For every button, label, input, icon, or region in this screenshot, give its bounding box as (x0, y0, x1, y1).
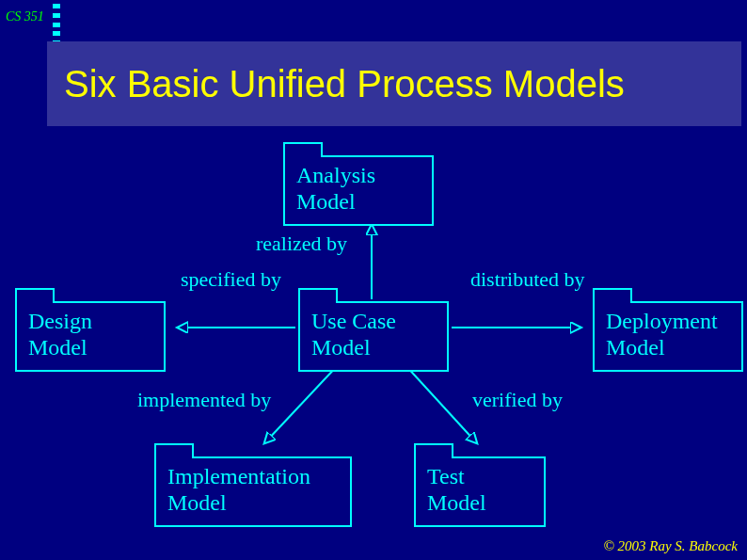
svg-line-3 (265, 364, 339, 442)
box-label: Use Case Model (311, 309, 436, 360)
box-label: Test Model (427, 464, 532, 516)
package-tab-icon (15, 288, 55, 303)
package-tab-icon (298, 288, 338, 303)
analysis-model-box: Analysis Model (283, 155, 434, 226)
decorative-dashes (53, 4, 60, 45)
package-tab-icon (154, 443, 194, 458)
copyright-notice: © 2003 Ray S. Babcock (603, 538, 738, 554)
distributed-by-label: distributed by (470, 267, 585, 292)
package-tab-icon (593, 288, 632, 303)
box-line: Model (167, 490, 227, 515)
box-line: Deployment (606, 309, 718, 333)
implementation-model-box: Implementation Model (154, 456, 352, 527)
box-line: Model (427, 490, 486, 515)
specified-by-label: specified by (181, 267, 281, 292)
box-label: Design Model (28, 309, 152, 360)
box-line: Implementation (167, 464, 310, 488)
implemented-by-label: implemented by (137, 388, 271, 412)
box-label: Implementation Model (167, 464, 339, 516)
box-line: Use Case (311, 309, 396, 333)
box-line: Model (28, 335, 87, 360)
box-line: Model (311, 335, 371, 360)
package-tab-icon (283, 142, 323, 157)
title-band: Six Basic Unified Process Models (47, 41, 741, 126)
slide-title: Six Basic Unified Process Models (64, 63, 625, 105)
deployment-model-box: Deployment Model (593, 301, 743, 372)
box-line: Analysis (296, 163, 375, 187)
box-line: Design (28, 309, 92, 333)
verified-by-label: verified by (472, 388, 563, 412)
box-line: Model (296, 189, 356, 214)
svg-line-4 (405, 364, 476, 442)
course-label: CS 351 (6, 9, 44, 24)
package-tab-icon (414, 443, 453, 458)
test-model-box: Test Model (414, 456, 546, 527)
box-label: Analysis Model (296, 163, 421, 215)
use-case-model-box: Use Case Model (298, 301, 449, 372)
design-model-box: Design Model (15, 301, 166, 372)
realized-by-label: realized by (256, 232, 347, 256)
box-line: Test (427, 464, 465, 488)
box-line: Model (606, 335, 665, 360)
box-label: Deployment Model (606, 309, 730, 360)
